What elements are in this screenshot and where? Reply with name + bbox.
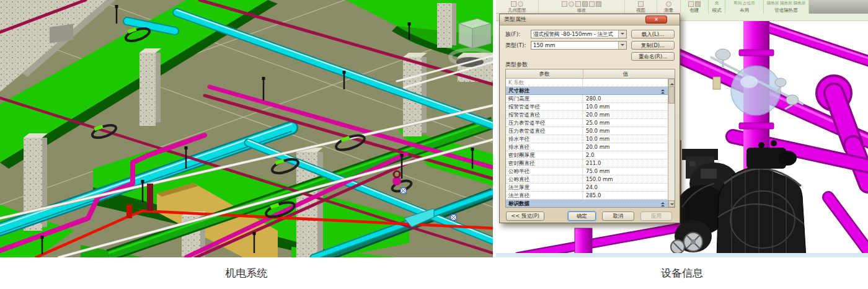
type-properties-dialog: 类型属性 族(F): 湿式报警阀 -80-150mm - 法兰式 载入(L)..… [499,14,680,223]
param-value[interactable]: 50.0 mm [583,127,668,135]
family-select[interactable]: 湿式报警阀 -80-150mm - 法兰式 [531,30,627,38]
ribbon-group-layout: 布局 占位符 布局 [725,0,764,14]
param-value[interactable]: 211.0 [583,159,668,167]
create-similar-icon[interactable] [688,1,694,7]
hide-icon[interactable] [638,1,644,7]
rename-button[interactable]: 重命名(R)... [631,52,675,61]
paint-icon[interactable] [518,1,523,7]
collapse-icon[interactable] [661,202,665,206]
param-name: 排水半径 [506,135,583,143]
param-name: 压力表管道半径 [506,119,583,127]
param-value[interactable]: 280.0 [583,95,668,102]
param-row[interactable]: 报警管道直径20.0 mm [506,111,668,119]
param-row[interactable]: 法兰直径285.0 [506,192,668,200]
ribbon-group-label: 测量 [657,7,680,14]
ribbon-group-label: 布局 [725,7,763,14]
param-row[interactable]: 公称半径75.0 mm [506,167,668,176]
scroll-up-icon[interactable] [668,79,675,86]
param-column-header: 参数 [506,69,583,78]
ribbon-group-label: 创建 [681,7,708,14]
param-name: 法兰直径 [506,192,583,199]
table-scrollbar[interactable] [668,79,675,207]
caption-mep-system: 机电系统 [0,264,493,282]
split-icon[interactable] [582,1,588,7]
type-label: 类型(T): [505,41,526,50]
param-value[interactable]: 150.0 mm [583,176,668,183]
delete-icon[interactable] [596,1,601,7]
param-name: 法兰厚度 [506,184,583,191]
trim-icon[interactable] [575,1,581,7]
param-row[interactable]: 排水直径20.0 mm [506,143,668,151]
param-name: 公称直径 [506,176,583,183]
ribbon-group-pipe-insulation: 隔热层 隔热层 隔热层 管道隔热层 [764,0,809,14]
param-name: 阀门高度 [506,95,583,102]
cancel-button[interactable]: 取消 [602,211,634,221]
pressure-gauge [786,95,799,105]
scrollbar-thumb[interactable] [668,86,675,104]
section-row[interactable]: 尺寸标注 [506,87,668,95]
parameters-table: 参数 值 K 系数尺寸标注阀门高度280.0报警管道半径10.0 mm报警管道直… [505,69,675,208]
param-name: 压力表管道直径 [506,127,583,135]
ribbon-group-create: 创建 [681,0,709,14]
param-row[interactable]: 阀门高度280.0 [506,95,668,103]
param-name: 密封圈直径 [506,159,583,167]
param-name: 报警管道半径 [506,103,583,110]
param-value[interactable]: 20.0 mm [583,111,668,118]
param-value[interactable] [583,79,668,86]
view-bottom-strip [496,253,868,257]
cope-icon[interactable] [511,1,516,7]
param-row[interactable]: 排水半径10.0 mm [506,135,668,143]
pressure-gauge [715,49,730,60]
param-value[interactable]: 25.0 mm [583,119,668,127]
ribbon-group-modify: 修改 [539,0,625,14]
caption-equipment-info: 设备信息 [496,264,868,282]
param-name: 尺寸标注 [506,87,529,94]
create-group-icon[interactable] [695,1,701,7]
param-value[interactable]: 75.0 mm [583,167,668,175]
param-value[interactable]: 10.0 mm [583,135,668,143]
param-row[interactable]: 公称直径150.0 mm [506,176,668,184]
mep-3d-view [0,0,493,257]
duplicate-button[interactable]: 复制(D)... [631,41,675,50]
rotate-icon[interactable] [569,1,574,7]
param-row[interactable]: 压力表管道半径25.0 mm [506,119,668,127]
param-name: 公称半径 [506,167,583,175]
param-value[interactable]: 10.0 mm [583,103,668,110]
table-header: 参数 值 [506,69,675,79]
param-row[interactable]: 压力表管道直径50.0 mm [506,127,668,135]
ribbon-group-label: 几何图形 [496,7,538,14]
param-row[interactable]: 密封圈直径211.0 [506,159,668,167]
load-button[interactable]: 载入(L)... [631,30,675,38]
ribbon-group-label: 模式 [709,7,725,14]
ribbon: 几何图形 修改 视图 测量 创建 类 模式 [496,0,868,14]
collapse-icon[interactable] [661,89,665,93]
param-name: 标识数据 [506,200,529,207]
measure-icon[interactable] [666,1,671,7]
ribbon-group-label: 修改 [539,7,624,14]
param-value[interactable]: 20.0 mm [583,143,668,151]
param-row[interactable]: 报警管道半径10.0 mm [506,103,668,111]
param-value[interactable]: 285.0 [583,192,668,199]
mode-buttons-label[interactable]: 类 [709,0,725,7]
param-row[interactable]: K 系数 [506,79,668,87]
move-icon[interactable] [562,1,567,7]
align-icon[interactable] [589,1,595,7]
param-value[interactable]: 24.0 [583,184,668,191]
preview-button[interactable]: << 预览(P) [506,211,544,221]
ribbon-group-view: 视图 [625,0,657,14]
param-value[interactable]: 2.0 [583,151,668,159]
screenshot-root: 几何图形 修改 视图 测量 创建 类 模式 [0,0,868,289]
scroll-down-icon[interactable] [668,200,675,207]
type-parameters-title: 类型参数 [505,61,528,69]
type-select[interactable]: 150 mm [531,41,627,50]
pressure-gauge [775,78,786,87]
close-icon[interactable] [645,16,667,24]
apply-button: 应用 [640,211,672,221]
param-row[interactable]: 法兰厚度24.0 [506,184,668,192]
layout-buttons-label[interactable]: 布局 占位符 [725,0,763,7]
ok-button[interactable]: 确定 [568,211,596,221]
insulation-buttons-label[interactable]: 隔热层 隔热层 隔热层 [764,0,808,7]
ribbon-group-geometry: 几何图形 [496,0,539,14]
section-row[interactable]: 标识数据 [506,200,668,207]
param-row[interactable]: 密封圈厚度2.0 [506,151,668,159]
